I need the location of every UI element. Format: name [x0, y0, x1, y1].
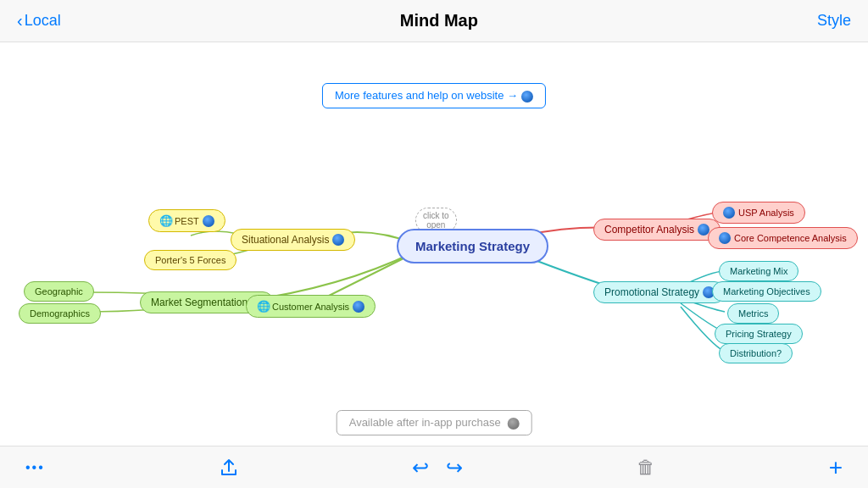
pricing-strategy-label: Pricing Strategy [726, 329, 792, 339]
promotional-strategy-node[interactable]: Promotional Strategy [593, 281, 726, 303]
bottom-banner-text: Available after in-app purchase [349, 416, 504, 429]
marketing-mix-label: Marketing Mix [730, 266, 787, 276]
market-seg-label: Market Segmentation [151, 297, 248, 308]
redo-button[interactable]: ↪ [446, 456, 463, 480]
core-competence-label: Core Competence Analysis [734, 233, 847, 243]
add-button[interactable]: + [829, 454, 843, 481]
app-footer: ••• ↩ ↪ 🗑 + [0, 446, 868, 488]
pest-label: PEST [175, 216, 199, 226]
geographic-label: Geographic [35, 286, 83, 297]
back-label: Local [25, 12, 61, 30]
share-button[interactable] [219, 458, 239, 478]
usp-analysis-node[interactable]: USP Analysis [712, 202, 805, 224]
customer-label: Customer Analysis [272, 302, 349, 312]
core-globe-icon [719, 232, 731, 244]
demographics-node[interactable]: Demographics [19, 303, 101, 324]
trash-button[interactable]: 🗑 [637, 457, 655, 479]
bottom-globe-icon [507, 418, 519, 430]
dots-icon: ••• [25, 460, 45, 475]
competitor-label: Competitor Analysis [604, 224, 694, 236]
distribution-node[interactable]: Distribution? [719, 343, 793, 363]
demographics-label: Demographics [30, 308, 90, 319]
usp-globe-icon [723, 207, 735, 219]
top-banner-text: More features and help on website → [335, 89, 518, 102]
customer-globe-icon [353, 301, 364, 313]
click-to-open-label: click toopen [423, 211, 449, 230]
marketing-objectives-label: Marketing Objectives [723, 286, 810, 297]
pest-globe-icon [203, 215, 214, 227]
pricing-strategy-node[interactable]: Pricing Strategy [715, 324, 803, 344]
geographic-node[interactable]: Geographic [24, 281, 94, 302]
top-banner[interactable]: More features and help on website → [322, 83, 546, 108]
app-header: ‹ Local Mind Map Style [0, 0, 868, 42]
promotional-label: Promotional Strategy [604, 286, 699, 298]
undo-button[interactable]: ↩ [412, 456, 429, 480]
porters-label: Porter's 5 Forces [155, 255, 225, 265]
page-title: Mind Map [400, 11, 478, 30]
pest-emoji: 🌐 [159, 214, 173, 227]
bottom-banner: Available after in-app purchase [337, 410, 532, 435]
marketing-objectives-node[interactable]: Marketing Objectives [712, 281, 821, 302]
marketing-mix-node[interactable]: Marketing Mix [719, 261, 798, 281]
metrics-label: Metrics [738, 308, 768, 319]
undo-redo-group: ↩ ↪ [412, 456, 463, 480]
situational-analysis-node[interactable]: Situational Analysis [231, 229, 355, 251]
porters-node[interactable]: Porter's 5 Forces [144, 250, 236, 270]
distribution-label: Distribution? [730, 348, 782, 358]
share-icon [219, 458, 239, 478]
pest-node[interactable]: 🌐 PEST [148, 209, 225, 232]
customer-analysis-node[interactable]: 🌐 Customer Analysis [246, 295, 376, 318]
center-node-label: Marketing Strategy [415, 239, 530, 253]
competitor-analysis-node[interactable]: Competitor Analysis [593, 219, 721, 241]
situational-globe-icon [332, 234, 344, 246]
usp-label: USP Analysis [738, 208, 794, 218]
mindmap-canvas: More features and help on website → Mark… [0, 42, 868, 446]
customer-emoji: 🌐 [257, 300, 270, 313]
dots-button[interactable]: ••• [25, 460, 45, 475]
back-button[interactable]: ‹ Local [17, 11, 61, 30]
situational-label: Situational Analysis [242, 234, 329, 246]
style-button[interactable]: Style [817, 12, 851, 30]
globe-icon [521, 91, 533, 103]
metrics-node[interactable]: Metrics [727, 303, 779, 324]
center-node[interactable]: Marketing Strategy [397, 229, 548, 263]
core-competence-node[interactable]: Core Competence Analysis [708, 227, 858, 249]
back-chevron-icon: ‹ [17, 11, 23, 30]
